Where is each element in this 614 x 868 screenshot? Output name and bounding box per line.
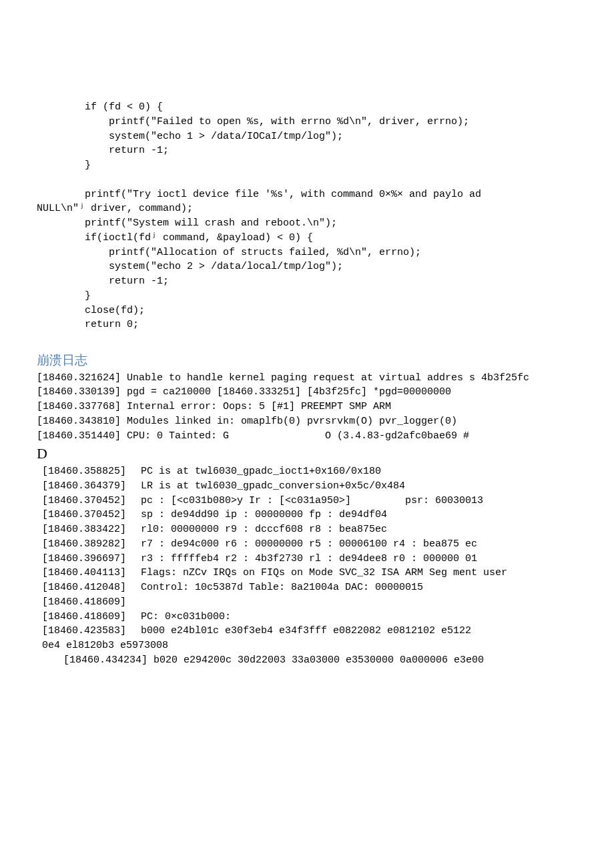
log-timestamp: [18460.412048]	[42, 580, 137, 595]
log-message: rl0: 00000000 r9 : dcccf608 r8 : bea875e…	[141, 522, 577, 537]
log-timestamp: [18460.396697]	[42, 552, 137, 566]
code-snippet: if (fd < 0) { printf("Failed to open %s,…	[37, 100, 577, 332]
log-message: b000 e24bl01c e30f3eb4 e34f3fff e0822082…	[141, 624, 577, 638]
log-timestamp: [18460.404113]	[42, 566, 137, 580]
log-message: Control: 10c5387d Table: 8a21004a DAC: 0…	[141, 580, 577, 595]
log-timestamp: [18460.370452]	[42, 494, 137, 508]
log-message: PC is at twl6030_gpadc_ioct1+0x160/0x180	[141, 464, 577, 479]
log-timestamp: [18460.364379]	[42, 479, 137, 494]
crash-log-indent: [18460.434234] b020 e294200c 30d22003 33…	[63, 653, 577, 668]
log-timestamp: [18460.423583]	[42, 624, 137, 638]
drop-letter-d: D	[37, 443, 577, 464]
log-message: PC: 0×c031b000:	[141, 610, 577, 624]
crash-log-heading: 崩溃日志	[37, 351, 577, 370]
log-message: sp : de94dd90 ip : 00000000 fp : de94df0…	[141, 508, 577, 522]
crash-log-tail: 0e4 el8120b3 e5973008	[42, 638, 577, 653]
log-timestamp: [18460.389282]	[42, 537, 137, 552]
log-message	[141, 595, 577, 610]
log-timestamp: [18460.383422]	[42, 522, 137, 537]
log-timestamp: [18460.358825]	[42, 464, 137, 479]
log-timestamp: [18460.418609]	[42, 595, 137, 610]
log-timestamp: [18460.370452]	[42, 508, 137, 522]
document-page: if (fd < 0) { printf("Failed to open %s,…	[0, 0, 614, 708]
log-message: r7 : de94c000 r6 : 00000000 r5 : 0000610…	[141, 537, 577, 552]
log-message: LR is at twl6030_gpadc_conversion+0x5c/0…	[141, 479, 577, 494]
log-timestamp: [18460.418609]	[42, 610, 137, 624]
crash-log-head: [18460.321624] Unable to handle kernel p…	[37, 371, 577, 444]
crash-log-body: [18460.358825]PC is at twl6030_gpadc_ioc…	[42, 464, 577, 638]
log-message: r3 : fffffeb4 r2 : 4b3f2730 rl : de94dee…	[141, 552, 577, 566]
log-message: pc : [<c031b080>y Ir : [<c031a950>] psr:…	[141, 494, 577, 508]
log-message: Flags: nZCv IRQs on FIQs on Mode SVC_32 …	[141, 566, 577, 580]
